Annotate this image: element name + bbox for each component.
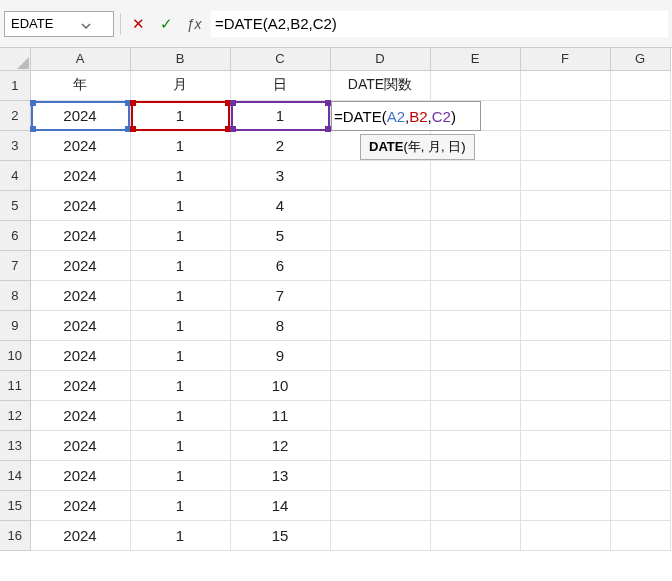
row-header[interactable]: 7 [0, 250, 30, 280]
chevron-down-icon[interactable] [81, 19, 91, 29]
cell[interactable]: 2024 [30, 340, 130, 370]
cell[interactable]: 2024 [30, 190, 130, 220]
cell[interactable]: 8 [230, 310, 330, 340]
cell[interactable]: 日 [230, 70, 330, 100]
cell[interactable]: 1 [130, 520, 230, 550]
cell[interactable] [610, 430, 670, 460]
cell[interactable] [610, 190, 670, 220]
col-header[interactable]: G [610, 48, 670, 70]
cell[interactable] [610, 160, 670, 190]
cell[interactable] [520, 340, 610, 370]
name-box-input[interactable] [11, 16, 81, 31]
cell[interactable]: 1 [130, 430, 230, 460]
cell[interactable]: 2024 [30, 430, 130, 460]
confirm-icon[interactable]: ✓ [155, 13, 177, 35]
cell[interactable] [520, 280, 610, 310]
cell[interactable] [330, 490, 430, 520]
cell[interactable] [330, 160, 430, 190]
cell[interactable]: 1 [130, 310, 230, 340]
cell[interactable] [330, 340, 430, 370]
row-header[interactable]: 9 [0, 310, 30, 340]
cell[interactable] [330, 460, 430, 490]
row-header[interactable]: 6 [0, 220, 30, 250]
cell[interactable] [430, 160, 520, 190]
cell[interactable] [330, 400, 430, 430]
cell[interactable]: 1 [130, 400, 230, 430]
cell[interactable] [610, 340, 670, 370]
cell[interactable]: 1 [130, 340, 230, 370]
cell[interactable] [520, 160, 610, 190]
cell[interactable]: 4 [230, 190, 330, 220]
row-header[interactable]: 16 [0, 520, 30, 550]
cell[interactable]: 1 [130, 490, 230, 520]
cell[interactable] [610, 130, 670, 160]
row-header[interactable]: 15 [0, 490, 30, 520]
cell[interactable] [520, 460, 610, 490]
cell[interactable]: 1 [130, 100, 230, 130]
cell[interactable] [610, 460, 670, 490]
cell[interactable] [610, 520, 670, 550]
col-header[interactable]: B [130, 48, 230, 70]
cell[interactable]: 1 [230, 100, 330, 130]
cell[interactable]: 3 [230, 160, 330, 190]
cell[interactable]: 2024 [30, 310, 130, 340]
cell[interactable] [520, 190, 610, 220]
cell[interactable] [430, 490, 520, 520]
cell[interactable] [430, 400, 520, 430]
cell[interactable]: 11 [230, 400, 330, 430]
cell[interactable]: 2024 [30, 100, 130, 130]
cell[interactable]: 2 [230, 130, 330, 160]
fx-icon[interactable]: ƒx [183, 13, 205, 35]
row-header[interactable]: 4 [0, 160, 30, 190]
col-header[interactable]: F [520, 48, 610, 70]
select-all-corner[interactable] [0, 48, 30, 70]
cell[interactable]: 12 [230, 430, 330, 460]
cell[interactable] [520, 370, 610, 400]
row-header[interactable]: 8 [0, 280, 30, 310]
cell[interactable] [330, 430, 430, 460]
col-header[interactable]: C [230, 48, 330, 70]
cell[interactable] [520, 430, 610, 460]
col-header[interactable]: D [330, 48, 430, 70]
cell[interactable]: 2024 [30, 250, 130, 280]
cell[interactable] [520, 130, 610, 160]
cell[interactable]: 6 [230, 250, 330, 280]
cell[interactable] [430, 190, 520, 220]
row-header[interactable]: 12 [0, 400, 30, 430]
cell[interactable] [520, 220, 610, 250]
cell[interactable] [430, 220, 520, 250]
cell[interactable]: 2024 [30, 130, 130, 160]
cell[interactable]: 2024 [30, 220, 130, 250]
cell[interactable]: 7 [230, 280, 330, 310]
cell[interactable]: 1 [130, 280, 230, 310]
row-header[interactable]: 2 [0, 100, 30, 130]
row-header[interactable]: 1 [0, 70, 30, 100]
cell[interactable] [610, 280, 670, 310]
cell[interactable]: 2024 [30, 520, 130, 550]
cell[interactable] [430, 520, 520, 550]
col-header[interactable]: A [30, 48, 130, 70]
cell[interactable]: 1 [130, 370, 230, 400]
row-header[interactable]: 3 [0, 130, 30, 160]
cell[interactable] [610, 400, 670, 430]
row-header[interactable]: 14 [0, 460, 30, 490]
cell[interactable] [430, 70, 520, 100]
cell[interactable]: 年 [30, 70, 130, 100]
cell[interactable] [520, 490, 610, 520]
cell[interactable]: 2024 [30, 400, 130, 430]
cell[interactable] [520, 70, 610, 100]
cell[interactable] [430, 280, 520, 310]
cell[interactable]: 5 [230, 220, 330, 250]
cell[interactable]: 1 [130, 460, 230, 490]
cell[interactable] [330, 370, 430, 400]
cell[interactable]: 2024 [30, 460, 130, 490]
cell[interactable]: 2024 [30, 370, 130, 400]
cell[interactable]: 9 [230, 340, 330, 370]
cell[interactable]: 1 [130, 190, 230, 220]
cell[interactable] [610, 100, 670, 130]
cell[interactable]: 15 [230, 520, 330, 550]
cancel-icon[interactable]: ✕ [127, 13, 149, 35]
cell[interactable]: 2024 [30, 490, 130, 520]
cell[interactable]: 14 [230, 490, 330, 520]
cell[interactable] [610, 250, 670, 280]
